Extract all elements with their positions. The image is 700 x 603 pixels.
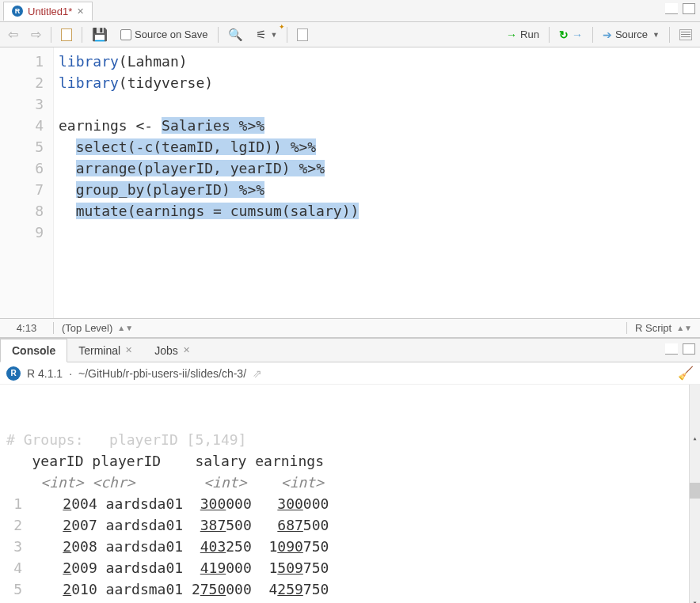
source-on-save-toggle[interactable]: Source on Save	[117, 27, 211, 42]
updown-icon: ▲▼	[676, 324, 692, 332]
tab-console-label: Console	[12, 344, 55, 357]
source-on-save-label: Source on Save	[135, 28, 208, 40]
r-version-label: R 4.1.1	[27, 367, 63, 380]
run-arrow-icon: →	[506, 28, 517, 41]
compile-report-button[interactable]	[294, 27, 311, 43]
code-tools-button[interactable]: ⚟▼	[253, 26, 281, 44]
toolbar-right: → Run ↻→ ➔ Source ▼	[503, 27, 695, 43]
language-selector[interactable]: R Script ▲▼	[626, 322, 700, 334]
tab-terminal-label: Terminal	[78, 344, 120, 357]
bottom-panel: Console Terminal✕ Jobs✕ R R 4.1.1 · ~/Gi…	[0, 337, 700, 603]
rerun-arrow-icon: →	[572, 28, 583, 41]
updown-icon: ▲▼	[117, 324, 133, 332]
line-gutter: 123456789	[0, 47, 54, 318]
r-file-icon: R	[12, 6, 23, 17]
scope-selector[interactable]: (Top Level) ▲▼	[54, 322, 626, 334]
nav-forward-button[interactable]: ⇨	[28, 25, 44, 44]
language-label: R Script	[635, 322, 671, 334]
pane-window-controls	[665, 343, 695, 355]
editor-tab-bar: R Untitled1* ✕	[0, 0, 700, 22]
working-dir-path[interactable]: ~/GitHub/r-pbi-users-ii/slides/ch-3/	[78, 367, 246, 380]
separator	[592, 27, 593, 43]
code-editor[interactable]: 123456789 library(Lahman)library(tidyver…	[0, 47, 700, 318]
console-header: R R 4.1.1 · ~/GitHub/r-pbi-users-ii/slid…	[0, 362, 700, 385]
rerun-icon: ↻	[559, 28, 569, 41]
tab-terminal[interactable]: Terminal✕	[67, 339, 143, 362]
dot-separator: ·	[69, 367, 72, 380]
tab-console[interactable]: Console	[0, 339, 67, 362]
source-arrow-icon: ➔	[603, 28, 612, 41]
console-output[interactable]: # Groups: playerID [5,149] yearID player…	[0, 385, 700, 603]
outline-button[interactable]	[676, 28, 695, 42]
panel-tab-bar: Console Terminal✕ Jobs✕	[0, 339, 700, 362]
outline-icon	[679, 29, 692, 40]
chevron-down-icon: ▼	[652, 31, 660, 39]
find-replace-button[interactable]: 🔍	[225, 26, 246, 44]
maximize-pane-button[interactable]	[683, 343, 695, 355]
tab-jobs-label: Jobs	[154, 344, 178, 357]
popout-icon[interactable]: ⇗	[253, 367, 262, 380]
source-button[interactable]: ➔ Source ▼	[599, 27, 663, 43]
separator	[287, 27, 287, 43]
close-icon[interactable]: ✕	[183, 345, 190, 355]
r-logo-icon: R	[6, 366, 21, 381]
clear-console-button[interactable]: 🧹	[678, 366, 694, 381]
pane-window-controls	[665, 3, 695, 14]
separator	[549, 27, 550, 43]
close-tab-icon[interactable]: ✕	[77, 6, 84, 17]
source-on-save-checkbox[interactable]	[120, 29, 131, 40]
rerun-button[interactable]: ↻→	[556, 27, 586, 43]
separator	[51, 27, 51, 43]
scroll-up-button[interactable]: ▴	[690, 427, 700, 438]
scroll-down-button[interactable]: ▾	[690, 592, 700, 603]
maximize-pane-button[interactable]	[683, 3, 695, 14]
run-label: Run	[520, 28, 539, 40]
scope-label: (Top Level)	[62, 322, 112, 334]
separator	[669, 27, 670, 43]
code-area[interactable]: library(Lahman)library(tidyverse) earnin…	[54, 47, 700, 318]
file-tab[interactable]: R Untitled1* ✕	[3, 2, 93, 21]
editor-toolbar: ⇦ ⇨ 💾 Source on Save 🔍 ⚟▼ → Run ↻→ ➔ Sou…	[0, 22, 700, 47]
tab-jobs[interactable]: Jobs✕	[143, 339, 201, 362]
chevron-down-icon: ▼	[271, 31, 278, 39]
show-in-new-window-button[interactable]	[58, 27, 75, 43]
close-icon[interactable]: ✕	[125, 345, 132, 355]
run-button[interactable]: → Run	[503, 27, 542, 43]
separator	[218, 27, 219, 43]
cursor-position[interactable]: 4:13	[0, 322, 54, 334]
separator	[82, 27, 82, 43]
file-tab-title: Untitled1*	[28, 6, 72, 17]
save-button[interactable]: 💾	[89, 25, 111, 44]
minimize-pane-button[interactable]	[665, 3, 678, 14]
scroll-thumb[interactable]	[690, 483, 700, 499]
minimize-pane-button[interactable]	[665, 343, 678, 355]
nav-back-button[interactable]: ⇦	[5, 25, 21, 44]
source-label: Source	[615, 28, 648, 40]
scrollbar[interactable]: ▴ ▾	[689, 385, 700, 603]
editor-status-bar: 4:13 (Top Level) ▲▼ R Script ▲▼	[0, 318, 700, 337]
